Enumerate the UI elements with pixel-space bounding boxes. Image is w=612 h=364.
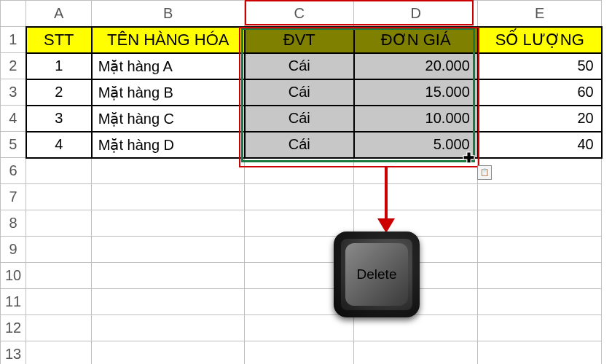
cell-C1[interactable]: ĐVT bbox=[245, 27, 354, 53]
cell-B4[interactable]: Mặt hàng C bbox=[92, 106, 245, 132]
cell-A4[interactable]: 3 bbox=[26, 106, 92, 132]
cell-D3[interactable]: 15.000 bbox=[354, 79, 478, 106]
cell-B5[interactable]: Mặt hàng D bbox=[92, 132, 245, 158]
cell-E5[interactable]: 40 bbox=[478, 132, 602, 158]
row-header-4[interactable]: 4 bbox=[1, 106, 26, 132]
cell-C4[interactable]: Cái bbox=[245, 106, 354, 132]
cell-D2[interactable]: 20.000 bbox=[354, 53, 478, 79]
col-header-E[interactable]: E bbox=[478, 1, 602, 27]
cell-C3[interactable]: Cái bbox=[245, 79, 354, 106]
cell-E1[interactable]: SỐ LƯỢNG bbox=[478, 27, 602, 53]
row-header-3[interactable]: 3 bbox=[1, 79, 26, 106]
cell-A2[interactable]: 1 bbox=[26, 53, 92, 79]
cell-D4[interactable]: 10.000 bbox=[354, 106, 478, 132]
cell-B3[interactable]: Mặt hàng B bbox=[92, 79, 245, 106]
col-header-A[interactable]: A bbox=[26, 1, 92, 27]
cell-E3[interactable]: 60 bbox=[478, 79, 602, 106]
cell-A5[interactable]: 4 bbox=[26, 132, 92, 158]
cell-C2[interactable]: Cái bbox=[245, 53, 354, 79]
cell-E2[interactable]: 50 bbox=[478, 53, 602, 79]
cell-D5[interactable]: 5.000 bbox=[354, 132, 478, 158]
cell-D1[interactable]: ĐƠN GIÁ bbox=[354, 27, 478, 53]
delete-key-graphic: Delete bbox=[334, 232, 420, 317]
cell-C5[interactable]: Cái bbox=[245, 132, 354, 158]
select-all-corner[interactable] bbox=[1, 1, 26, 27]
row-header-2[interactable]: 2 bbox=[1, 53, 26, 79]
cell-E4[interactable]: 20 bbox=[478, 106, 602, 132]
annotation-arrow-line bbox=[385, 167, 388, 222]
row-header-10[interactable]: 10 bbox=[1, 263, 26, 289]
row-header-8[interactable]: 8 bbox=[1, 210, 26, 237]
row-header-13[interactable]: 13 bbox=[1, 341, 26, 365]
row-header-7[interactable]: 7 bbox=[1, 184, 26, 210]
delete-key-label: Delete bbox=[345, 243, 408, 306]
row-header-1[interactable]: 1 bbox=[1, 27, 26, 53]
annotation-arrow-head-icon bbox=[377, 218, 395, 233]
row-header-11[interactable]: 11 bbox=[1, 289, 26, 315]
col-header-D[interactable]: D bbox=[354, 1, 478, 27]
row-header-6[interactable]: 6 bbox=[1, 158, 26, 184]
cell-B2[interactable]: Mặt hàng A bbox=[92, 53, 245, 79]
col-header-C[interactable]: C bbox=[245, 1, 354, 27]
cell-B1[interactable]: TÊN HÀNG HÓA bbox=[92, 27, 245, 53]
row-header-12[interactable]: 12 bbox=[1, 315, 26, 341]
paste-options-icon[interactable]: 📋 bbox=[477, 165, 492, 180]
cell-A1[interactable]: STT bbox=[26, 27, 92, 53]
spreadsheet-grid[interactable]: A B C D E 1 STT TÊN HÀNG HÓA ĐVT ĐƠN GIÁ… bbox=[0, 0, 603, 364]
row-header-5[interactable]: 5 bbox=[1, 132, 26, 158]
col-header-B[interactable]: B bbox=[92, 1, 245, 27]
cell-A3[interactable]: 2 bbox=[26, 79, 92, 106]
row-header-9[interactable]: 9 bbox=[1, 237, 26, 263]
